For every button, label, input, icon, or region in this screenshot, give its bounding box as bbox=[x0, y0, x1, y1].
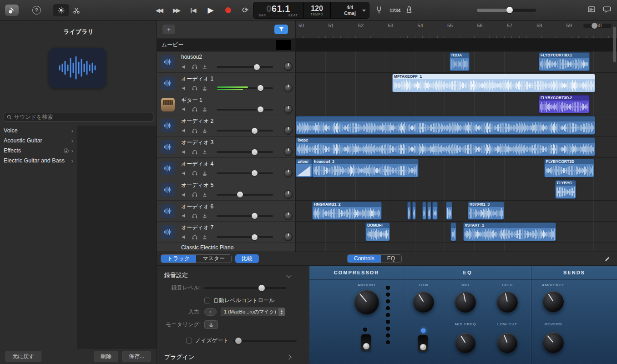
track-lane[interactable]: loop2 bbox=[296, 136, 617, 158]
solo-headphones-button[interactable] bbox=[191, 63, 198, 71]
input-source-dropdown[interactable]: 1 (MacBo...roのマイク) ▲▼ bbox=[221, 308, 285, 316]
lcd-key-signature[interactable]: 4/4 Cmaj bbox=[331, 2, 369, 18]
mute-button[interactable] bbox=[181, 233, 188, 241]
mute-button[interactable] bbox=[181, 63, 188, 71]
tuner-button[interactable] bbox=[377, 6, 381, 14]
notepad-button[interactable] bbox=[588, 6, 595, 12]
track-header[interactable]: オーディオ 2 bbox=[157, 115, 295, 136]
volume-thumb[interactable] bbox=[506, 7, 513, 13]
noise-gate-checkbox[interactable] bbox=[186, 338, 192, 344]
track-pan-knob[interactable] bbox=[284, 212, 293, 220]
slider-thumb[interactable] bbox=[258, 285, 265, 291]
track-volume-slider[interactable] bbox=[217, 106, 273, 113]
track-lane[interactable]: FLYBYC bbox=[296, 179, 617, 201]
audio-region[interactable] bbox=[446, 202, 452, 220]
timeline-body[interactable]: R2DAFLYBYCORT3D.1MFTAKEOFF_1FLYBYCORT3D.… bbox=[296, 39, 617, 251]
ambience-send-knob[interactable] bbox=[543, 291, 564, 312]
track-header[interactable]: オーディオ 1 bbox=[157, 73, 295, 94]
track-header[interactable]: オーディオ 5 bbox=[157, 179, 295, 201]
audio-region[interactable]: HNGRAMB1_2 bbox=[312, 202, 382, 220]
track-volume-slider[interactable] bbox=[217, 170, 273, 177]
solo-headphones-button[interactable] bbox=[191, 170, 198, 177]
solo-headphones-button[interactable] bbox=[191, 106, 198, 113]
track-pan-knob[interactable] bbox=[284, 126, 293, 135]
track-name[interactable]: オーディオ 4 bbox=[181, 160, 213, 168]
track-header[interactable]: オーディオ 3 bbox=[157, 136, 295, 158]
track-volume-slider[interactable] bbox=[217, 212, 273, 220]
audio-region[interactable] bbox=[432, 202, 438, 220]
track-volume-slider[interactable] bbox=[217, 233, 273, 241]
track-volume-slider[interactable] bbox=[217, 148, 273, 156]
slider-thumb[interactable] bbox=[252, 234, 258, 240]
input-monitor-button[interactable] bbox=[201, 127, 208, 134]
help-button[interactable]: ? bbox=[28, 4, 45, 16]
movie-thumbnail[interactable] bbox=[276, 40, 291, 50]
solo-headphones-button[interactable] bbox=[191, 233, 198, 241]
monitoring-button[interactable] bbox=[204, 320, 218, 329]
input-monitor-button[interactable] bbox=[201, 170, 208, 177]
sound-search-field[interactable] bbox=[4, 112, 153, 122]
slider-thumb[interactable] bbox=[252, 170, 258, 176]
eq-mid-knob[interactable] bbox=[455, 292, 476, 313]
mute-button[interactable] bbox=[181, 148, 188, 156]
auto-level-row[interactable]: 自動レベルコントロール bbox=[204, 297, 298, 304]
lcd-display[interactable]: 061.1 BARBEAT 120 TEMPO 4/4 Cmaj bbox=[253, 2, 369, 19]
play-button[interactable]: ▶ bbox=[203, 4, 218, 16]
eq-low-cut-knob[interactable] bbox=[497, 333, 517, 353]
solo-headphones-button[interactable] bbox=[191, 85, 198, 92]
library-category-item[interactable]: Acoustic Guitar › bbox=[0, 136, 77, 146]
eq-high-knob[interactable] bbox=[497, 292, 518, 313]
audio-region[interactable] bbox=[427, 202, 431, 220]
chevron-down-icon[interactable] bbox=[286, 273, 291, 278]
track-name[interactable]: オーディオ 3 bbox=[181, 139, 213, 147]
input-monitor-button[interactable] bbox=[201, 85, 208, 92]
audio-region[interactable]: loop2 bbox=[296, 137, 595, 156]
slider-thumb[interactable] bbox=[254, 64, 260, 70]
audio-region[interactable]: FLYBYC bbox=[555, 180, 576, 199]
track-volume-slider[interactable] bbox=[217, 63, 273, 71]
tab-controls[interactable]: Controls bbox=[348, 255, 381, 263]
slider-thumb[interactable] bbox=[237, 192, 243, 197]
eq-low-knob[interactable] bbox=[413, 292, 434, 313]
track-lane[interactable]: FLYBYCORT3D.2 bbox=[296, 94, 617, 116]
solo-headphones-button[interactable] bbox=[191, 148, 198, 156]
track-header[interactable]: オーディオ 7 bbox=[157, 222, 295, 243]
save-button[interactable]: 保存... bbox=[122, 351, 151, 362]
movie-track-header[interactable]: ムービー bbox=[157, 39, 295, 51]
track-lane[interactable]: artourhousou4_2FLYBYCORT3D bbox=[296, 158, 617, 179]
mute-button[interactable] bbox=[181, 170, 188, 177]
track-pan-knob[interactable] bbox=[284, 84, 293, 92]
mute-button[interactable] bbox=[181, 191, 188, 198]
track-header[interactable]: housou2 bbox=[157, 51, 295, 73]
recording-settings-header[interactable]: 録音設定 bbox=[157, 271, 298, 279]
slider-thumb[interactable] bbox=[252, 149, 258, 155]
go-to-beginning-button[interactable]: ◀ bbox=[186, 4, 201, 16]
audio-region[interactable]: housou4_2 bbox=[312, 159, 419, 177]
audio-region[interactable]: 0START_1 bbox=[463, 222, 556, 241]
noise-gate-slider[interactable] bbox=[233, 337, 297, 344]
audio-region[interactable]: FLYBYCORT3D bbox=[544, 159, 594, 177]
input-monitor-button[interactable] bbox=[201, 191, 208, 198]
track-lane[interactable]: HNGRAMB1_2R070401_3 bbox=[296, 201, 617, 222]
track-lane[interactable]: MFTAKEOFF_1 bbox=[296, 73, 617, 94]
track-lane[interactable] bbox=[296, 243, 617, 251]
audio-region[interactable]: FLYBYCORT3D.2 bbox=[539, 95, 590, 114]
library-category-item[interactable]: Electric Guitar and Bass › bbox=[0, 156, 77, 166]
bar-ruler[interactable]: 5051525354555657585960 bbox=[296, 20, 617, 39]
delete-button[interactable]: 削除 bbox=[94, 351, 118, 362]
track-pan-knob[interactable] bbox=[284, 169, 293, 177]
track-lane[interactable]: BOMBFI0START_1 bbox=[296, 222, 617, 243]
audio-region[interactable]: artour bbox=[296, 159, 312, 177]
input-monitor-button[interactable] bbox=[201, 148, 208, 156]
track-volume-slider[interactable] bbox=[217, 85, 273, 92]
auto-level-checkbox[interactable] bbox=[204, 298, 210, 303]
track-lane[interactable]: R2DAFLYBYCORT3D.1 bbox=[296, 51, 617, 73]
audio-region[interactable] bbox=[412, 202, 416, 220]
track-name[interactable]: オーディオ 2 bbox=[181, 117, 213, 125]
library-category-item[interactable]: Voice › bbox=[0, 126, 77, 136]
library-category-item[interactable]: Effects › bbox=[0, 146, 77, 156]
compressor-amount-knob[interactable] bbox=[354, 290, 379, 314]
input-monitor-button[interactable] bbox=[201, 212, 208, 220]
slider-thumb[interactable] bbox=[235, 338, 242, 344]
track-header[interactable]: Classic Electric Piano bbox=[157, 243, 295, 251]
